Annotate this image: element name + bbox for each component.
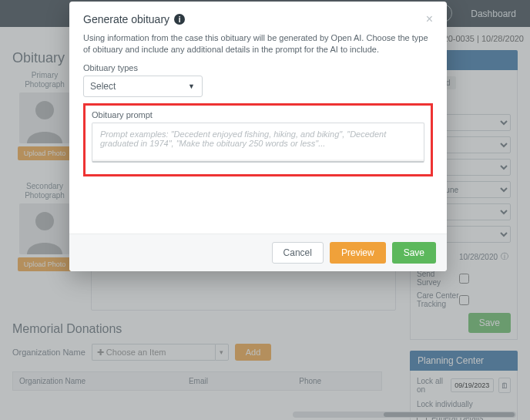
- send-survey-checkbox[interactable]: [459, 274, 469, 284]
- preview-button[interactable]: Preview: [330, 242, 386, 264]
- th-org-name: Organization Name: [13, 372, 183, 390]
- care-center-label: Care Center Tracking: [417, 291, 459, 308]
- memorial-donations-section: Memorial Donations Organization Name ▾ A…: [12, 322, 382, 391]
- send-survey-label: Send Survey: [417, 270, 459, 287]
- obituary-prompt-textarea[interactable]: [92, 123, 424, 163]
- lock-all-label: Lock all on: [417, 377, 446, 394]
- scrollbar-thumb[interactable]: [384, 412, 515, 417]
- horizontal-scrollbar[interactable]: [293, 412, 516, 418]
- cancel-button[interactable]: Cancel: [272, 242, 324, 264]
- memorial-heading: Memorial Donations: [12, 322, 382, 336]
- obituary-types-select[interactable]: Select: [83, 76, 203, 97]
- org-name-combo-input[interactable]: [92, 344, 215, 361]
- svg-point-1: [35, 212, 54, 230]
- secondary-photo-placeholder: [19, 203, 70, 254]
- save-button[interactable]: Save: [392, 242, 436, 264]
- add-org-button[interactable]: Add: [235, 344, 272, 361]
- th-phone: Phone: [293, 372, 381, 390]
- modal-description: Using information from the case this obi…: [83, 32, 433, 55]
- contract-date-value: 10/28/2020: [459, 253, 498, 261]
- primary-photo-label: Primary Photograph: [12, 71, 77, 89]
- generate-obituary-modal: Generate obituary i × Using information …: [69, 2, 447, 271]
- obituary-heading: Obituary: [12, 50, 77, 66]
- obituary-prompt-highlight: Obituary prompt: [83, 103, 433, 176]
- person-silhouette-icon: [19, 203, 70, 254]
- org-name-label: Organization Name: [12, 348, 86, 357]
- lock-all-date-input[interactable]: [451, 378, 494, 392]
- care-center-checkbox[interactable]: [459, 295, 469, 305]
- primary-photo-placeholder: [19, 92, 70, 143]
- memorial-table-header: Organization Name Email Phone: [12, 371, 382, 391]
- upload-primary-button[interactable]: Upload Photo: [18, 146, 72, 160]
- close-icon[interactable]: ×: [426, 12, 433, 26]
- calendar-icon[interactable]: 🗓: [498, 378, 511, 393]
- case-info-save-button[interactable]: Save: [468, 313, 511, 333]
- obituary-types-label: Obituary types: [83, 63, 433, 72]
- th-email: Email: [183, 372, 293, 390]
- upload-secondary-button[interactable]: Upload Photo: [18, 257, 72, 271]
- info-icon[interactable]: ⓘ: [501, 251, 508, 262]
- person-silhouette-icon: [19, 92, 70, 143]
- modal-title-text: Generate obituary: [83, 13, 169, 25]
- planning-center-header: Planning Center: [410, 351, 518, 371]
- dashboard-link[interactable]: Dashboard: [471, 8, 516, 19]
- secondary-photo-label: Secondary Photograph: [12, 182, 77, 200]
- info-icon[interactable]: i: [174, 14, 185, 25]
- svg-point-0: [35, 101, 54, 119]
- lock-individually-label: Lock individually: [417, 400, 511, 408]
- org-name-combo-toggle[interactable]: ▾: [215, 344, 229, 361]
- obituary-prompt-label: Obituary prompt: [92, 110, 424, 119]
